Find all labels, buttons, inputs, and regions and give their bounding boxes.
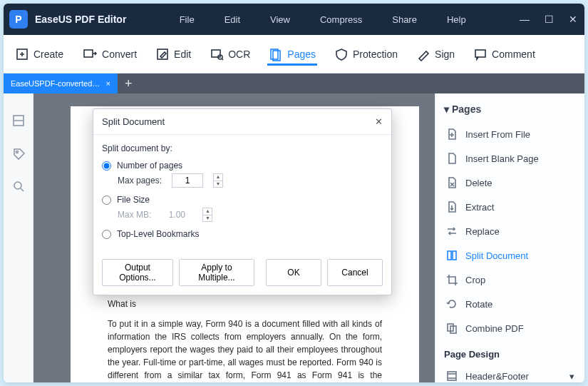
- sidebar-item-combine[interactable]: Combine PDF: [440, 316, 580, 340]
- dialog-title: Split Document: [102, 116, 165, 127]
- left-sidebar: [4, 93, 33, 382]
- svg-rect-10: [475, 50, 485, 57]
- toolbar-pages[interactable]: Pages: [267, 43, 317, 66]
- window-minimize-icon[interactable]: —: [519, 14, 530, 25]
- toolbar-edit-label: Edit: [174, 49, 191, 60]
- toolbar-comment-label: Comment: [492, 49, 535, 60]
- menu-view[interactable]: View: [270, 14, 290, 25]
- sidebar-item-rotate[interactable]: Rotate: [440, 292, 580, 316]
- sidebar-item-delete[interactable]: Delete: [440, 171, 580, 195]
- doc-text: What is: [108, 298, 382, 310]
- combine-icon: [445, 322, 458, 335]
- app-title: EaseUS PDF Editor: [35, 14, 126, 25]
- svg-point-14: [14, 182, 21, 189]
- window-close-icon[interactable]: ✕: [567, 14, 579, 25]
- toolbar-ocr-label: OCR: [228, 49, 250, 60]
- titlebar: P EaseUS PDF Editor File Edit View Compr…: [4, 4, 584, 35]
- max-mb-value: 1.00: [161, 210, 192, 220]
- sidebar-item-header-footer[interactable]: Header&Footer ▾: [440, 364, 580, 382]
- edit-icon: [155, 47, 170, 61]
- max-mb-label: Max MB:: [118, 210, 151, 220]
- sidebar-item-label: Replace: [465, 226, 500, 237]
- add-tab-button[interactable]: +: [118, 77, 140, 90]
- sidebar-item-label: Extract: [465, 202, 494, 213]
- radio-top-level-bookmarks[interactable]: [102, 230, 111, 239]
- svg-rect-3: [84, 50, 93, 57]
- split-by-label: Split document by:: [102, 143, 383, 153]
- sidebar-item-insert-from-file[interactable]: Insert From File: [440, 122, 580, 146]
- tab-close-icon[interactable]: ×: [106, 79, 110, 88]
- toolbar-comment[interactable]: Comment: [472, 43, 537, 66]
- toolbar-sign[interactable]: Sign: [415, 43, 456, 66]
- menu-help[interactable]: Help: [447, 14, 466, 25]
- sidebar-item-label: Insert From File: [465, 129, 530, 140]
- sidebar-item-split-document[interactable]: Split Document: [440, 243, 580, 268]
- menu-edit[interactable]: Edit: [225, 14, 240, 25]
- toolbar-edit[interactable]: Edit: [154, 43, 192, 66]
- right-panel-title[interactable]: ▾ Pages: [440, 101, 580, 122]
- document-tab-label: EaseUSPDF-converted-940…: [11, 79, 100, 88]
- toolbar-pages-label: Pages: [287, 49, 316, 60]
- menu-share[interactable]: Share: [392, 14, 417, 25]
- blank-page-icon: [445, 152, 458, 165]
- right-panel-section-page-design: Page Design: [440, 340, 580, 364]
- chevron-down-icon: ▾: [444, 103, 449, 115]
- ocr-icon: [210, 47, 224, 61]
- svg-rect-24: [448, 372, 456, 380]
- plus-square-icon: [15, 47, 29, 61]
- sidebar-item-crop[interactable]: Crop: [440, 268, 580, 292]
- output-options-button[interactable]: Output Options...: [102, 259, 173, 286]
- chevron-down-icon: ▾: [569, 371, 574, 382]
- doc-text: To put it in a simple way, Form 940 is a…: [108, 318, 382, 382]
- toolbar: Create Convert Edit OCR Pages Protection…: [4, 35, 584, 73]
- max-pages-stepper[interactable]: ▲▼: [213, 173, 223, 188]
- sidebar-item-label: Delete: [465, 178, 492, 188]
- max-mb-stepper[interactable]: ▲▼: [202, 208, 212, 222]
- radio-label: Number of pages: [117, 161, 182, 171]
- tabstrip: EaseUSPDF-converted-940… × +: [4, 73, 584, 93]
- toolbar-ocr[interactable]: OCR: [208, 43, 252, 66]
- ok-button[interactable]: OK: [266, 259, 321, 286]
- sidebar-item-replace[interactable]: Replace: [440, 219, 580, 243]
- toolbar-protection[interactable]: Protection: [333, 43, 399, 66]
- right-panel: ▾ Pages Insert From File Insert Blank Pa…: [435, 93, 584, 382]
- svg-line-15: [21, 188, 24, 191]
- app-logo: P: [9, 10, 28, 29]
- toolbar-convert[interactable]: Convert: [81, 43, 138, 66]
- sidebar-item-extract[interactable]: Extract: [440, 195, 580, 219]
- delete-page-icon: [445, 176, 458, 189]
- radio-label: Top-Level Bookmarks: [117, 229, 199, 239]
- document-tab[interactable]: EaseUSPDF-converted-940… ×: [4, 73, 118, 93]
- svg-line-7: [222, 59, 223, 60]
- max-pages-label: Max pages:: [118, 176, 162, 186]
- search-icon[interactable]: [11, 179, 26, 193]
- crop-icon: [445, 273, 458, 286]
- apply-to-multiple-button[interactable]: Apply to Multiple...: [179, 259, 254, 286]
- radio-file-size[interactable]: [102, 195, 111, 205]
- max-pages-input[interactable]: [172, 173, 203, 188]
- menu-file[interactable]: File: [180, 14, 195, 25]
- convert-icon: [82, 47, 98, 61]
- shield-icon: [334, 47, 349, 61]
- svg-rect-21: [453, 251, 456, 260]
- sidebar-item-label: Header&Footer: [465, 371, 529, 382]
- cancel-button[interactable]: Cancel: [327, 259, 383, 286]
- toolbar-protection-label: Protection: [353, 49, 398, 60]
- split-document-dialog: Split Document ✕ Split document by: Numb…: [93, 108, 392, 295]
- thumbnails-icon[interactable]: [11, 113, 26, 128]
- dialog-close-button[interactable]: ✕: [375, 116, 383, 127]
- toolbar-sign-label: Sign: [435, 49, 455, 60]
- sidebar-item-label: Split Document: [465, 250, 528, 261]
- window-maximize-icon[interactable]: ☐: [543, 14, 555, 25]
- tag-icon[interactable]: [11, 146, 26, 161]
- sidebar-item-label: Crop: [465, 275, 485, 285]
- toolbar-create[interactable]: Create: [14, 43, 65, 66]
- toolbar-convert-label: Convert: [102, 49, 137, 60]
- sidebar-item-label: Combine PDF: [465, 323, 524, 334]
- menu-compress[interactable]: Compress: [320, 14, 362, 25]
- pages-icon: [269, 47, 283, 61]
- sidebar-item-insert-blank[interactable]: Insert Blank Page: [440, 146, 580, 171]
- radio-number-of-pages[interactable]: [102, 161, 111, 171]
- sidebar-item-label: Rotate: [465, 299, 492, 310]
- replace-icon: [445, 225, 458, 238]
